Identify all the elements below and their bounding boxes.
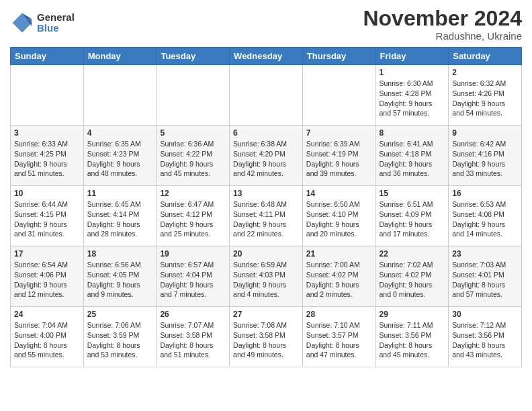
day-number: 19 (160, 249, 226, 259)
calendar-cell: 11Sunrise: 6:45 AM Sunset: 4:14 PM Dayli… (83, 186, 157, 246)
day-info: Sunrise: 7:04 AM Sunset: 4:00 PM Dayligh… (14, 321, 68, 359)
header: General Blue November 2024 Radushne, Ukr… (10, 7, 522, 42)
calendar-cell: 23Sunrise: 7:03 AM Sunset: 4:01 PM Dayli… (449, 246, 522, 307)
calendar-cell: 7Sunrise: 6:39 AM Sunset: 4:19 PM Daylig… (302, 126, 375, 186)
day-info: Sunrise: 6:41 AM Sunset: 4:18 PM Dayligh… (380, 140, 433, 177)
day-number: 21 (306, 249, 372, 259)
calendar-cell: 29Sunrise: 7:11 AM Sunset: 3:56 PM Dayli… (375, 307, 449, 367)
page: General Blue November 2024 Radushne, Ukr… (0, 0, 532, 377)
calendar-cell: 12Sunrise: 6:47 AM Sunset: 4:12 PM Dayli… (157, 186, 230, 246)
day-info: Sunrise: 6:57 AM Sunset: 4:04 PM Dayligh… (160, 261, 214, 298)
calendar-cell: 20Sunrise: 6:59 AM Sunset: 4:03 PM Dayli… (230, 246, 303, 307)
day-number: 27 (233, 310, 299, 319)
day-number: 12 (160, 189, 226, 198)
day-info: Sunrise: 7:02 AM Sunset: 4:02 PM Dayligh… (380, 261, 433, 298)
calendar-cell (157, 65, 230, 126)
day-info: Sunrise: 6:50 AM Sunset: 4:10 PM Dayligh… (306, 200, 360, 238)
day-number: 6 (233, 128, 299, 138)
day-number: 18 (87, 249, 153, 259)
day-number: 25 (87, 310, 153, 319)
day-info: Sunrise: 6:59 AM Sunset: 4:03 PM Dayligh… (233, 261, 287, 298)
day-number: 9 (452, 128, 518, 138)
day-number: 30 (452, 310, 518, 319)
day-info: Sunrise: 7:12 AM Sunset: 3:56 PM Dayligh… (452, 321, 506, 359)
calendar-cell: 3Sunrise: 6:33 AM Sunset: 4:25 PM Daylig… (11, 126, 84, 186)
weekday-header: Tuesday (157, 48, 230, 65)
calendar-cell: 4Sunrise: 6:35 AM Sunset: 4:23 PM Daylig… (83, 126, 157, 186)
calendar-cell: 25Sunrise: 7:06 AM Sunset: 3:59 PM Dayli… (83, 307, 157, 367)
month-title: November 2024 (363, 7, 522, 30)
calendar-cell: 15Sunrise: 6:51 AM Sunset: 4:09 PM Dayli… (375, 186, 449, 246)
calendar-cell: 21Sunrise: 7:00 AM Sunset: 4:02 PM Dayli… (302, 246, 375, 307)
day-info: Sunrise: 6:48 AM Sunset: 4:11 PM Dayligh… (233, 200, 287, 238)
day-number: 8 (380, 128, 445, 138)
calendar-cell: 18Sunrise: 6:56 AM Sunset: 4:05 PM Dayli… (83, 246, 157, 307)
logo: General Blue (10, 11, 75, 35)
day-info: Sunrise: 6:56 AM Sunset: 4:05 PM Dayligh… (87, 261, 141, 298)
day-info: Sunrise: 6:45 AM Sunset: 4:14 PM Dayligh… (87, 200, 141, 238)
location: Radushne, Ukraine (363, 30, 522, 42)
day-number: 16 (452, 189, 518, 198)
calendar: SundayMondayTuesdayWednesdayThursdayFrid… (10, 47, 522, 367)
calendar-cell: 16Sunrise: 6:53 AM Sunset: 4:08 PM Dayli… (449, 186, 522, 246)
calendar-cell: 8Sunrise: 6:41 AM Sunset: 4:18 PM Daylig… (375, 126, 449, 186)
day-info: Sunrise: 6:53 AM Sunset: 4:08 PM Dayligh… (452, 200, 506, 238)
day-number: 28 (306, 310, 372, 319)
day-number: 24 (14, 310, 80, 319)
calendar-cell: 5Sunrise: 6:36 AM Sunset: 4:22 PM Daylig… (157, 126, 230, 186)
calendar-cell (83, 65, 157, 126)
weekday-header: Sunday (11, 48, 84, 65)
weekday-header: Wednesday (230, 48, 303, 65)
calendar-week-row: 1Sunrise: 6:30 AM Sunset: 4:28 PM Daylig… (11, 65, 522, 126)
calendar-cell: 19Sunrise: 6:57 AM Sunset: 4:04 PM Dayli… (157, 246, 230, 307)
day-number: 17 (14, 249, 80, 259)
day-info: Sunrise: 6:42 AM Sunset: 4:16 PM Dayligh… (452, 140, 506, 177)
calendar-cell: 30Sunrise: 7:12 AM Sunset: 3:56 PM Dayli… (449, 307, 522, 367)
calendar-cell: 14Sunrise: 6:50 AM Sunset: 4:10 PM Dayli… (302, 186, 375, 246)
day-info: Sunrise: 7:03 AM Sunset: 4:01 PM Dayligh… (452, 261, 506, 298)
calendar-week-row: 10Sunrise: 6:44 AM Sunset: 4:15 PM Dayli… (11, 186, 522, 246)
day-info: Sunrise: 6:39 AM Sunset: 4:19 PM Dayligh… (306, 140, 360, 177)
day-number: 13 (233, 189, 299, 198)
day-info: Sunrise: 7:11 AM Sunset: 3:56 PM Dayligh… (380, 321, 433, 359)
svg-marker-0 (13, 13, 32, 33)
calendar-cell: 1Sunrise: 6:30 AM Sunset: 4:28 PM Daylig… (375, 65, 449, 126)
day-info: Sunrise: 6:33 AM Sunset: 4:25 PM Dayligh… (14, 140, 68, 177)
day-info: Sunrise: 7:06 AM Sunset: 3:59 PM Dayligh… (87, 321, 141, 359)
logo-blue: Blue (37, 23, 75, 34)
day-info: Sunrise: 6:30 AM Sunset: 4:28 PM Dayligh… (380, 79, 433, 117)
day-number: 2 (452, 68, 518, 77)
day-number: 20 (233, 249, 299, 259)
day-number: 5 (160, 128, 226, 138)
calendar-cell: 10Sunrise: 6:44 AM Sunset: 4:15 PM Dayli… (11, 186, 84, 246)
day-info: Sunrise: 6:35 AM Sunset: 4:23 PM Dayligh… (87, 140, 141, 177)
day-number: 22 (380, 249, 445, 259)
day-info: Sunrise: 6:44 AM Sunset: 4:15 PM Dayligh… (14, 200, 68, 238)
logo-general: General (37, 12, 75, 24)
calendar-cell: 2Sunrise: 6:32 AM Sunset: 4:26 PM Daylig… (449, 65, 522, 126)
calendar-cell: 13Sunrise: 6:48 AM Sunset: 4:11 PM Dayli… (230, 186, 303, 246)
day-info: Sunrise: 7:08 AM Sunset: 3:58 PM Dayligh… (233, 321, 287, 359)
weekday-header: Thursday (302, 48, 375, 65)
title-section: November 2024 Radushne, Ukraine (363, 7, 522, 42)
day-number: 29 (380, 310, 445, 319)
day-info: Sunrise: 6:32 AM Sunset: 4:26 PM Dayligh… (452, 79, 506, 117)
day-number: 10 (14, 189, 80, 198)
weekday-header: Friday (375, 48, 449, 65)
calendar-cell: 24Sunrise: 7:04 AM Sunset: 4:00 PM Dayli… (11, 307, 84, 367)
day-info: Sunrise: 6:51 AM Sunset: 4:09 PM Dayligh… (380, 200, 433, 238)
calendar-cell: 9Sunrise: 6:42 AM Sunset: 4:16 PM Daylig… (449, 126, 522, 186)
day-number: 4 (87, 128, 153, 138)
calendar-cell: 22Sunrise: 7:02 AM Sunset: 4:02 PM Dayli… (375, 246, 449, 307)
day-info: Sunrise: 7:10 AM Sunset: 3:57 PM Dayligh… (306, 321, 360, 359)
day-info: Sunrise: 6:54 AM Sunset: 4:06 PM Dayligh… (14, 261, 68, 298)
calendar-week-row: 17Sunrise: 6:54 AM Sunset: 4:06 PM Dayli… (11, 246, 522, 307)
day-number: 3 (14, 128, 80, 138)
logo-icon (10, 11, 34, 35)
calendar-cell: 26Sunrise: 7:07 AM Sunset: 3:58 PM Dayli… (157, 307, 230, 367)
day-info: Sunrise: 7:07 AM Sunset: 3:58 PM Dayligh… (160, 321, 214, 359)
header-row: SundayMondayTuesdayWednesdayThursdayFrid… (11, 48, 522, 65)
calendar-cell: 28Sunrise: 7:10 AM Sunset: 3:57 PM Dayli… (302, 307, 375, 367)
calendar-cell (302, 65, 375, 126)
logo-text: General Blue (37, 12, 75, 34)
